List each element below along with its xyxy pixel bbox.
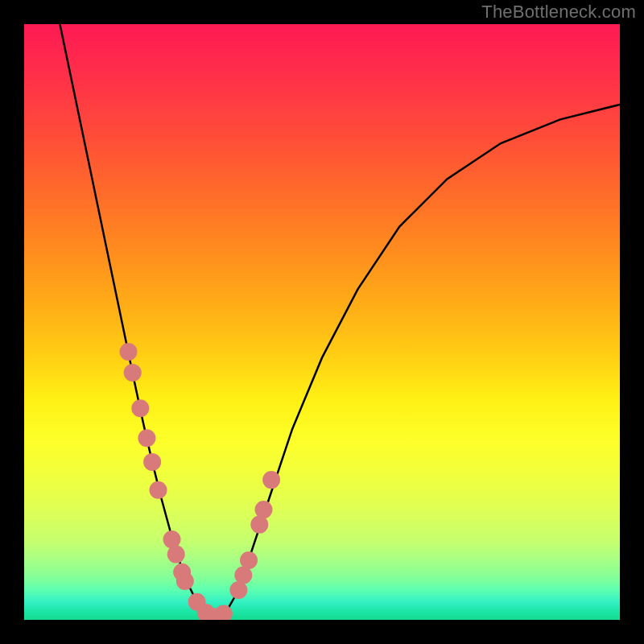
marker-point <box>163 530 181 548</box>
watermark-text: TheBottleneck.com <box>481 2 636 23</box>
plot-area <box>24 24 620 620</box>
chart-frame: TheBottleneck.com <box>0 0 644 644</box>
marker-point <box>176 572 194 590</box>
marker-point <box>131 399 149 417</box>
marker-point <box>150 481 167 499</box>
marker-point <box>255 501 273 518</box>
marker-point <box>124 364 142 382</box>
bottleneck-curve <box>60 24 620 617</box>
marker-point <box>138 429 155 447</box>
marker-point <box>262 471 280 489</box>
marker-group <box>120 343 281 620</box>
marker-point <box>240 551 258 569</box>
curve-layer <box>24 24 620 620</box>
marker-point <box>143 453 161 471</box>
marker-point <box>250 516 268 534</box>
marker-point <box>120 343 138 361</box>
marker-point <box>167 546 185 564</box>
